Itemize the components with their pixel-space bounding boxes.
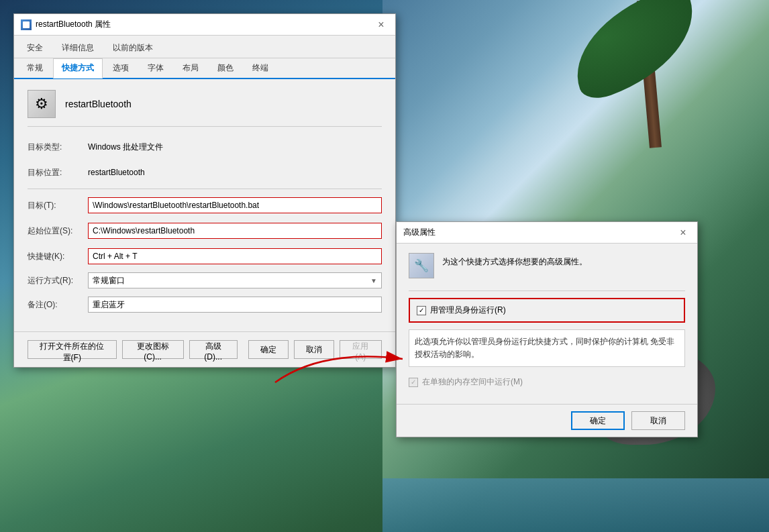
comment-label: 备注(O): [28, 299, 88, 311]
run-mode-value: 常规窗口 [93, 275, 125, 286]
advanced-dialog-titlebar: 高级属性 × [397, 222, 697, 244]
advanced-dialog-content: 🔧 为这个快捷方式选择你想要的高级属性。 用管理员身份运行(R) 此选项允许你以… [397, 244, 697, 404]
tab-previous-versions[interactable]: 以前的版本 [104, 38, 162, 58]
advanced-dialog-title: 高级属性 [403, 227, 435, 238]
tab-security[interactable]: 安全 [18, 38, 52, 58]
target-location-row: 目标位置: restartBluetooth [28, 163, 382, 182]
admin-run-label[interactable]: 用管理员身份运行(R) [430, 305, 506, 316]
start-input[interactable] [88, 223, 382, 239]
file-name-label: restartBluetooth [65, 99, 132, 109]
open-location-button[interactable]: 打开文件所在的位置(F) [28, 340, 117, 359]
tab-terminal[interactable]: 终端 [244, 58, 277, 78]
memory-space-checkbox [409, 378, 418, 387]
target-type-row: 目标类型: Windows 批处理文件 [28, 138, 382, 156]
advanced-dialog-close-button[interactable]: × [676, 225, 690, 240]
file-icon-glyph: ⚙ [35, 95, 48, 113]
memory-space-row: 在单独的内存空间中运行(M) [409, 376, 685, 388]
cancel-button[interactable]: 取消 [294, 340, 334, 359]
target-field-row: 目标(T): [28, 196, 382, 215]
adv-ok-button[interactable]: 确定 [571, 411, 625, 430]
memory-space-label: 在单独的内存空间中运行(M) [422, 376, 523, 388]
start-location-label: 起始位置(S): [28, 225, 88, 237]
adv-titlebar-left: 高级属性 [403, 227, 435, 238]
main-dialog-content: ⚙ restartBluetooth 目标类型: Windows 批处理文件 目… [14, 79, 395, 331]
comment-row: 备注(O): [28, 295, 382, 314]
tab-options[interactable]: 选项 [104, 58, 138, 78]
comment-input[interactable] [88, 297, 382, 313]
title-icon-inner [23, 21, 30, 28]
adv-header: 🔧 为这个快捷方式选择你想要的高级属性。 [409, 253, 685, 278]
run-mode-row: 运行方式(R): 常规窗口 ▼ [28, 272, 382, 288]
advanced-dialog-footer: 确定 取消 [397, 404, 697, 437]
tab-layout[interactable]: 布局 [174, 58, 207, 78]
tab-general[interactable]: 常规 [18, 58, 52, 78]
run-mode-select[interactable]: 常规窗口 ▼ [88, 272, 382, 288]
target-location-value: restartBluetooth [88, 168, 145, 177]
adv-detail-content: 此选项允许你以管理员身份运行此快捷方式，同时保护你的计算机 免受非授权活动的影响… [415, 337, 674, 359]
tab-shortcut[interactable]: 快捷方式 [53, 58, 103, 78]
run-mode-label: 运行方式(R): [28, 275, 88, 286]
start-location-row: 起始位置(S): [28, 221, 382, 240]
adv-icon-glyph: 🔧 [414, 258, 429, 273]
main-properties-dialog: restartBluetooth 属性 × 安全 详细信息 以前的版本 常规 快… [13, 13, 396, 368]
apply-button[interactable]: 应用(A) [340, 340, 382, 359]
title-icon [21, 19, 32, 30]
tabs-row-2: 常规 快捷方式 选项 字体 布局 颜色 终端 [14, 58, 395, 79]
target-type-label: 目标类型: [28, 142, 88, 153]
titlebar-left: restartBluetooth 属性 [21, 19, 111, 30]
file-header: ⚙ restartBluetooth [28, 90, 382, 127]
adv-icon: 🔧 [409, 253, 434, 278]
main-dialog-titlebar: restartBluetooth 属性 × [14, 14, 395, 36]
target-field-label: 目标(T): [28, 200, 88, 211]
main-dialog-close-button[interactable]: × [374, 17, 389, 32]
tab-font[interactable]: 字体 [139, 58, 172, 78]
tab-details[interactable]: 详细信息 [53, 38, 103, 58]
main-dialog-footer: 打开文件所在的位置(F) 更改图标(C)... 高级(D)... 确定 取消 应… [14, 331, 395, 367]
main-dialog-title: restartBluetooth 属性 [36, 19, 111, 30]
admin-run-checkbox-row: 用管理员身份运行(R) [409, 298, 685, 323]
target-location-label: 目标位置: [28, 167, 88, 178]
admin-run-checkbox[interactable] [417, 306, 426, 315]
target-input[interactable] [88, 197, 382, 213]
file-icon: ⚙ [28, 90, 56, 118]
run-mode-select-wrapper: 常规窗口 ▼ [88, 272, 382, 288]
hotkey-label: 快捷键(K): [28, 251, 88, 262]
water-decoration [382, 478, 769, 532]
hotkey-input[interactable] [88, 248, 382, 264]
target-type-value: Windows 批处理文件 [88, 142, 163, 153]
tab-color[interactable]: 颜色 [209, 58, 242, 78]
ok-button[interactable]: 确定 [248, 340, 289, 359]
adv-description-text: 为这个快捷方式选择你想要的高级属性。 [442, 253, 587, 268]
hotkey-row: 快捷键(K): [28, 247, 382, 266]
select-arrow-icon: ▼ [370, 277, 377, 284]
advanced-properties-dialog: 高级属性 × 🔧 为这个快捷方式选择你想要的高级属性。 用管理员身份运行(R) … [396, 221, 698, 437]
change-icon-button[interactable]: 更改图标(C)... [122, 340, 184, 359]
advanced-button[interactable]: 高级(D)... [189, 340, 238, 359]
tabs-row-1: 安全 详细信息 以前的版本 [14, 36, 395, 58]
adv-cancel-button[interactable]: 取消 [631, 411, 685, 430]
divider-1 [28, 189, 382, 189]
palm-leaf [558, 0, 712, 105]
adv-detail-text: 此选项允许你以管理员身份运行此快捷方式，同时保护你的计算机 免受非授权活动的影响… [409, 329, 685, 367]
adv-divider [409, 290, 685, 291]
